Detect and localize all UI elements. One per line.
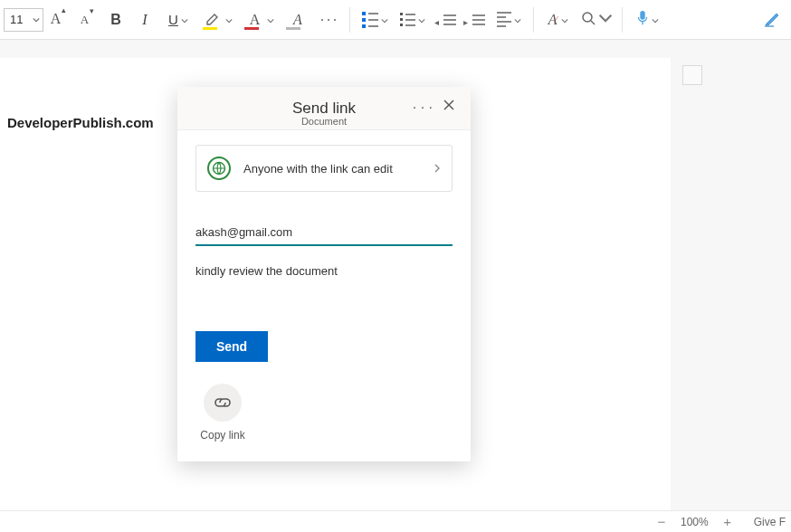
ellipsis-icon: ··· <box>319 10 338 29</box>
document-body-text[interactable]: DeveloperPublish.com <box>7 115 154 130</box>
chevron-down-icon <box>652 12 659 28</box>
font-color-icon: A <box>246 12 264 28</box>
find-button[interactable] <box>577 2 616 38</box>
plus-icon: + <box>723 514 731 529</box>
dialog-subtitle: Document <box>301 116 347 127</box>
underline-icon: U <box>168 12 178 28</box>
shrink-font-button[interactable]: A▾ <box>72 2 101 38</box>
shrink-font-icon: A▾ <box>81 12 93 27</box>
zoom-level[interactable]: 100% <box>681 516 709 528</box>
bullet-list-button[interactable] <box>356 2 394 38</box>
editor-button[interactable] <box>758 2 787 38</box>
clear-formatting-swatch <box>286 27 300 30</box>
status-bar: − 100% + Give F <box>0 510 791 532</box>
dialog-header: Send link Document · · · <box>177 87 471 130</box>
grow-font-button[interactable]: A▴ <box>43 2 72 38</box>
copy-link-label: Copy link <box>200 429 244 442</box>
italic-button[interactable]: I <box>130 2 159 38</box>
highlight-icon <box>205 11 223 29</box>
decrease-indent-icon: ◂ <box>436 14 456 25</box>
increase-indent-button[interactable]: ▸ <box>461 2 490 38</box>
link-permissions-text: Anyone with the link can edit <box>243 162 421 176</box>
copy-link-button[interactable]: Copy link <box>195 384 250 442</box>
chevron-right-icon <box>434 160 441 176</box>
document-workspace: DeveloperPublish.com Send link Document … <box>0 40 791 510</box>
svg-point-0 <box>583 13 592 22</box>
send-link-dialog: Send link Document · · · A <box>177 87 471 461</box>
underline-button[interactable]: U <box>159 2 197 38</box>
clear-formatting-button[interactable]: A <box>281 2 315 38</box>
chevron-down-icon <box>514 12 521 28</box>
zoom-in-button[interactable]: + <box>720 514 736 529</box>
globe-icon <box>207 157 231 180</box>
numbered-list-icon <box>400 13 415 26</box>
minus-icon: − <box>658 514 666 529</box>
chevron-down-icon <box>381 12 388 28</box>
toolbar-separator <box>533 7 534 33</box>
search-icon <box>581 11 596 29</box>
dictate-button[interactable] <box>628 2 666 38</box>
align-button[interactable] <box>490 2 528 38</box>
recipient-email-input[interactable] <box>195 219 453 246</box>
styles-icon: A⁄ <box>548 12 558 28</box>
ribbon-toolbar: 11 A▴ A▾ B I U A <box>0 0 791 40</box>
chevron-down-icon <box>267 12 274 28</box>
send-button[interactable]: Send <box>195 331 268 362</box>
svg-rect-2 <box>640 10 644 19</box>
font-size-select[interactable]: 11 <box>4 8 43 32</box>
zoom-out-button[interactable]: − <box>653 514 670 529</box>
microphone-icon <box>636 10 649 30</box>
dialog-more-button[interactable]: · · · <box>413 100 433 116</box>
bold-button[interactable]: B <box>101 2 130 38</box>
chevron-down-icon <box>561 12 568 28</box>
pen-icon <box>763 8 783 32</box>
highlight-button[interactable] <box>197 2 239 38</box>
font-color-button[interactable]: A <box>239 2 281 38</box>
chevron-down-icon <box>30 16 43 24</box>
chevron-down-icon <box>598 11 613 29</box>
toolbar-separator <box>349 7 350 33</box>
toolbar-separator <box>622 7 623 33</box>
font-size-value: 11 <box>5 13 30 26</box>
ruler-handle[interactable] <box>682 65 702 85</box>
chevron-down-icon <box>181 12 188 28</box>
styles-button[interactable]: A⁄ <box>539 2 577 38</box>
bold-icon: B <box>110 12 121 28</box>
grow-font-icon: A▴ <box>51 11 66 27</box>
ellipsis-icon: · · · <box>413 100 433 115</box>
svg-line-1 <box>591 21 595 24</box>
italic-icon: I <box>142 12 147 28</box>
bullet-list-icon <box>362 12 378 28</box>
give-feedback-button[interactable]: Give F <box>754 516 786 528</box>
link-icon <box>204 384 242 422</box>
increase-indent-icon: ▸ <box>465 14 485 25</box>
link-permissions-button[interactable]: Anyone with the link can edit <box>195 145 453 192</box>
font-color-swatch <box>244 27 259 30</box>
chevron-down-icon <box>225 12 233 28</box>
highlight-swatch <box>203 27 217 30</box>
close-icon <box>442 98 456 112</box>
dialog-title: Send link <box>292 100 356 118</box>
more-font-button[interactable]: ··· <box>315 2 344 38</box>
dialog-close-button[interactable] <box>442 98 460 116</box>
decrease-indent-button[interactable]: ◂ <box>432 2 461 38</box>
dialog-body: Anyone with the link can edit Send Copy … <box>177 130 471 461</box>
numbered-list-button[interactable] <box>394 2 432 38</box>
align-icon <box>497 12 511 27</box>
message-input[interactable] <box>195 264 453 300</box>
chevron-down-icon <box>418 12 425 28</box>
clear-formatting-icon: A <box>289 12 307 28</box>
